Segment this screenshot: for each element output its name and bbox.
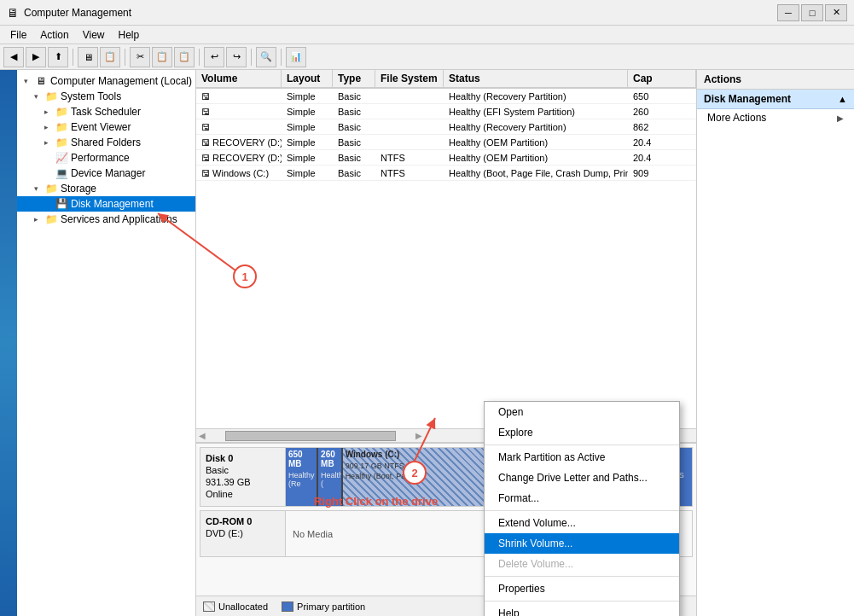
table-row[interactable]: 🖫 Simple Basic Healthy (EFI System Parti… [196,104,696,119]
folder-icon: 📁 [44,90,58,103]
td-cap-3: 862 [628,121,696,133]
ctx-open[interactable]: Open [485,402,679,422]
paste-button[interactable]: 📋 [174,47,195,67]
disk-management-icon: 💾 [55,197,68,211]
tree-item-root[interactable]: ▾ 🖥 Computer Management (Local) [17,73,195,89]
disk-0-name: Disk 0 [206,453,280,463]
th-volume[interactable]: Volume [196,70,282,87]
menu-bar: File Action View Help [0,26,854,44]
disk-0-status: Online [206,489,280,499]
td-fs-5: NTFS [375,152,444,164]
menu-view[interactable]: View [76,27,112,43]
tree-arrow-shared-folders: ▸ [44,138,55,147]
th-type[interactable]: Type [333,70,375,87]
minimize-button[interactable]: ─ [777,4,799,21]
tree-item-services-apps[interactable]: ▸ 📁 Services and Applications [17,212,195,227]
redo-button[interactable]: ↪ [226,47,247,67]
th-capacity[interactable]: Cap [628,70,696,87]
device-manager-icon: 💻 [55,166,68,180]
cut-button[interactable]: ✂ [130,47,150,67]
context-menu: Open Explore Mark Partition as Active Ch… [484,401,680,616]
table-row[interactable]: 🖫 RECOVERY (D:) Simple Basic Healthy (OE… [196,135,696,150]
table-row[interactable]: 🖫 Simple Basic Healthy (Recovery Partiti… [196,89,696,104]
td-vol-1: 🖫 [196,90,282,102]
th-file-system[interactable]: File System [375,70,444,87]
ctx-properties[interactable]: Properties [485,578,679,599]
folder-icon-task: 📁 [55,105,68,119]
forward-button[interactable]: ▶ [26,47,46,67]
computer-icon: 🖥 [34,74,48,88]
td-layout-4: Simple [282,137,333,148]
close-button[interactable]: ✕ [825,4,847,21]
tree-label-performance: Performance [71,152,130,164]
ctx-format[interactable]: Format... [485,488,679,508]
maximize-button[interactable]: □ [801,4,823,21]
tree-label-storage: Storage [61,183,96,195]
ctx-shrink-volume[interactable]: Shrink Volume... [485,533,679,554]
tree-item-task-scheduler[interactable]: ▸ 📁 Task Scheduler [17,104,195,119]
ctx-change-drive-letter[interactable]: Change Drive Letter and Paths... [485,468,679,488]
cdrom-label: CD-ROM 0 DVD (E:) [200,511,286,556]
back-button[interactable]: ◀ [3,47,24,67]
tree-item-system-tools[interactable]: ▾ 📁 System Tools [17,89,195,104]
table-header: Volume Layout Type File System Status Ca… [196,70,696,89]
toolbar-sep-2 [125,49,125,66]
search-button[interactable]: 🔍 [256,47,276,67]
actions-more-actions[interactable]: More Actions ▶ [697,109,854,126]
actions-header: Actions [697,70,854,90]
toolbar: ◀ ▶ ⬆ 🖥 📋 ✂ 📋 📋 ↩ ↪ 🔍 📊 [0,44,854,70]
new-window-button[interactable]: 📋 [100,47,120,67]
more-actions-label: More Actions [707,112,766,124]
tree-item-event-viewer[interactable]: ▸ 📁 Event Viewer [17,119,195,135]
td-fs-3 [375,126,444,128]
th-layout[interactable]: Layout [282,70,333,87]
td-status-4: Healthy (OEM Partition) [444,137,628,148]
menu-file[interactable]: File [3,27,33,43]
tree-item-performance[interactable]: 📈 Performance [17,150,195,166]
disk-0-label: Disk 0 Basic 931.39 GB Online [200,448,286,506]
ctx-explore[interactable]: Explore [485,422,679,443]
up-button[interactable]: ⬆ [48,47,68,67]
cdrom-name: CD-ROM 0 [206,516,280,526]
copy-button[interactable]: 📋 [152,47,172,67]
tree-label-root: Computer Management (Local) [50,75,192,87]
show-hide-console-button[interactable]: 🖥 [78,47,98,67]
legend-label-unalloc: Unallocated [218,601,268,612]
td-vol-4: 🖫 RECOVERY (D:) [196,137,282,148]
tree-item-disk-management[interactable]: 💾 Disk Management [17,196,195,212]
td-vol-6: 🖫 Windows (C:) [196,167,282,179]
ctx-extend-volume[interactable]: Extend Volume... [485,513,679,533]
window-icon: 🖥 [7,6,19,20]
td-layout-1: Simple [282,90,333,102]
actions-disk-mgmt-section[interactable]: Disk Management ▲ [697,90,854,109]
table-row[interactable]: 🖫 Windows (C:) Simple Basic NTFS Healthy… [196,166,696,181]
table-row[interactable]: 🖫 Simple Basic Healthy (Recovery Partiti… [196,119,696,135]
table-row[interactable]: 🖫 RECOVERY (D:) Simple Basic NTFS Health… [196,150,696,166]
cdrom-type: DVD (E:) [206,528,280,538]
menu-action[interactable]: Action [33,27,75,43]
disk-0-size: 931.39 GB [206,477,280,487]
tree-item-shared-folders[interactable]: ▸ 📁 Shared Folders [17,135,195,150]
td-layout-5: Simple [282,152,333,164]
ctx-sep-1 [485,445,679,445]
ctx-delete-volume[interactable]: Delete Volume... [485,554,679,574]
th-status[interactable]: Status [444,70,628,87]
menu-help[interactable]: Help [112,27,147,43]
td-layout-3: Simple [282,121,333,133]
tree-item-storage[interactable]: ▾ 📁 Storage [17,181,195,196]
td-fs-2 [375,111,444,113]
legend-box-primary [282,601,293,612]
tree-item-device-manager[interactable]: 💻 Device Manager [17,166,195,181]
ctx-mark-active[interactable]: Mark Partition as Active [485,447,679,468]
properties-button[interactable]: 📊 [286,47,306,67]
tree-label-shared-folders: Shared Folders [71,137,141,148]
ctx-help[interactable]: Help [485,603,679,616]
actions-panel: Actions Disk Management ▲ More Actions ▶ [696,70,854,616]
td-status-2: Healthy (EFI System Partition) [444,106,628,118]
scroll-thumb[interactable] [225,431,396,441]
window-title: Computer Management [24,7,131,19]
tree-label-disk-management: Disk Management [71,198,154,210]
undo-button[interactable]: ↩ [204,47,224,67]
tree-arrow-event-viewer: ▸ [44,123,55,131]
td-fs-6: NTFS [375,167,444,179]
